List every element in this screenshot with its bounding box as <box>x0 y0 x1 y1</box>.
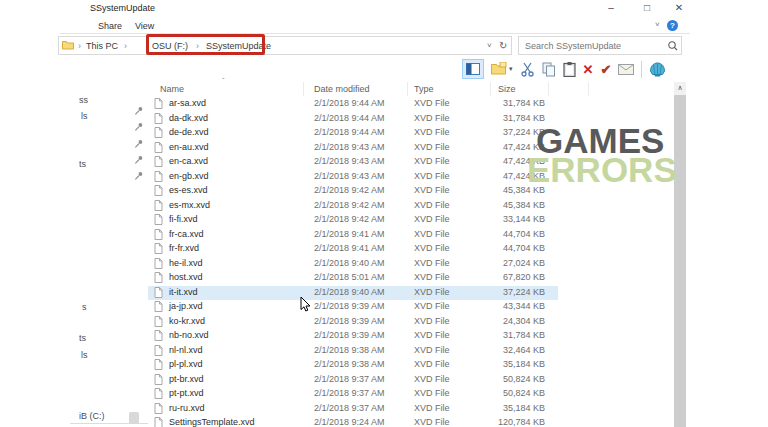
table-row[interactable]: SettingsTemplate.xvd2/1/2018 9:24 AMXVD … <box>148 416 558 427</box>
table-row[interactable]: fr-ca.xvd2/1/2018 9:41 AMXVD File44,704 … <box>148 228 558 243</box>
maximize-button[interactable]: □ <box>636 1 658 15</box>
new-folder-icon[interactable]: ▾ <box>491 59 513 79</box>
file-size: 31,784 KB <box>148 330 545 340</box>
breadcrumb-separator: › <box>196 41 199 51</box>
table-row[interactable]: it-it.xvd2/1/2018 9:40 AMXVD File37,224 … <box>148 286 558 301</box>
divider <box>641 61 642 78</box>
table-row[interactable]: fr-fr.xvd2/1/2018 9:41 AMXVD File44,704 … <box>148 242 558 257</box>
file-size: 35,184 KB <box>148 359 545 369</box>
table-row[interactable]: en-ca.xvd2/1/2018 9:43 AMXVD File47,424 … <box>148 155 558 170</box>
table-row[interactable]: ar-sa.xvd2/1/2018 9:44 AMXVD File31,784 … <box>148 97 558 112</box>
tab-view[interactable]: View <box>135 21 154 31</box>
table-row[interactable]: es-mx.xvd2/1/2018 9:42 AMXVD File45,384 … <box>148 199 558 214</box>
mail-icon[interactable] <box>618 59 634 79</box>
tab-share[interactable]: Share <box>98 21 122 31</box>
table-row[interactable]: nb-no.xvd2/1/2018 9:39 AMXVD File31,784 … <box>148 329 558 344</box>
sidebar-item-fragment[interactable]: ls <box>81 350 88 360</box>
sidebar-drive-fragment[interactable]: iB (C:) <box>79 411 105 421</box>
column-separator[interactable] <box>588 82 589 96</box>
help-icon[interactable]: ? <box>667 20 678 31</box>
pin-icon <box>134 171 144 181</box>
search-input[interactable] <box>519 41 665 51</box>
file-size: 44,704 KB <box>148 229 545 239</box>
table-row[interactable]: ru-ru.xvd2/1/2018 9:37 AMXVD File35,184 … <box>148 402 558 417</box>
column-separator[interactable] <box>490 82 491 96</box>
sidebar-scroll-fragment <box>129 412 139 424</box>
scroll-up-icon[interactable]: ∧ <box>674 82 686 94</box>
file-size: 33,144 KB <box>148 214 545 224</box>
sidebar-item-fragment[interactable]: s <box>82 302 87 312</box>
scrollbar-thumb[interactable] <box>674 95 686 427</box>
new-folder-caret-icon[interactable]: ▾ <box>509 65 513 73</box>
column-separator[interactable] <box>407 82 408 96</box>
file-size: 27,024 KB <box>148 258 545 268</box>
breadcrumb-this-pc[interactable]: This PC <box>86 41 118 51</box>
breadcrumb-separator: › <box>124 41 127 51</box>
table-row[interactable]: da-dk.xvd2/1/2018 9:44 AMXVD File31,784 … <box>148 112 558 127</box>
sort-ascending-icon[interactable]: ˆ <box>222 76 225 85</box>
confirm-check-icon[interactable]: ✔ <box>600 59 611 79</box>
table-row[interactable]: fi-fi.xvd2/1/2018 9:42 AMXVD File33,144 … <box>148 213 558 228</box>
breadcrumb-folder[interactable]: SSystemUpdate <box>206 41 271 51</box>
column-header-date[interactable]: Date modified <box>314 84 370 94</box>
minimize-button[interactable]: – <box>600 1 622 15</box>
file-size: 37,224 KB <box>148 287 545 297</box>
file-size: 43,344 KB <box>148 301 545 311</box>
table-row[interactable]: ko-kr.xvd2/1/2018 9:39 AMXVD File24,304 … <box>148 315 558 330</box>
table-row[interactable]: ja-jp.xvd2/1/2018 9:39 AMXVD File43,344 … <box>148 300 558 315</box>
column-header-type[interactable]: Type <box>414 84 434 94</box>
vertical-scrollbar[interactable]: ∧ <box>674 82 686 427</box>
refresh-icon[interactable]: ↻ <box>499 40 507 51</box>
table-row[interactable]: pt-br.xvd2/1/2018 9:37 AMXVD File50,824 … <box>148 373 558 388</box>
file-size: 120,784 KB <box>148 417 545 427</box>
cut-icon[interactable] <box>520 59 535 79</box>
file-size: 24,304 KB <box>148 316 545 326</box>
shell-icon[interactable] <box>649 59 666 79</box>
sidebar-item-fragment[interactable]: ls <box>81 111 88 121</box>
file-size: 32,464 KB <box>148 345 545 355</box>
column-header-size[interactable]: Size <box>498 84 516 94</box>
paste-icon[interactable] <box>563 59 576 79</box>
file-size: 35,184 KB <box>148 403 545 413</box>
file-size: 31,784 KB <box>148 113 545 123</box>
table-row[interactable]: he-il.xvd2/1/2018 9:40 AMXVD File27,024 … <box>148 257 558 272</box>
sidebar-item-fragment[interactable]: ts <box>79 333 86 343</box>
column-separator[interactable] <box>303 82 304 96</box>
pin-icon <box>134 139 144 149</box>
ribbon-collapse-icon[interactable]: ˅ <box>655 20 660 29</box>
search-box[interactable] <box>518 36 682 55</box>
folder-icon <box>62 40 74 52</box>
file-size: 50,824 KB <box>148 374 545 384</box>
table-row[interactable]: pt-pt.xvd2/1/2018 9:37 AMXVD File50,824 … <box>148 387 558 402</box>
table-row[interactable]: host.xvd2/1/2018 5:01 AMXVD File67,820 K… <box>148 271 558 286</box>
table-row[interactable]: es-es.xvd2/1/2018 9:42 AMXVD File45,384 … <box>148 184 558 199</box>
copy-icon[interactable] <box>542 59 556 79</box>
file-size: 37,224 KB <box>148 127 545 137</box>
sidebar-item-fragment[interactable]: ss <box>79 95 88 105</box>
delete-icon[interactable]: ✕ <box>583 59 594 79</box>
pin-icon <box>134 106 144 116</box>
search-icon[interactable] <box>665 38 681 54</box>
divider <box>60 33 690 34</box>
column-separator[interactable] <box>548 82 549 96</box>
breadcrumb-drive[interactable]: OSU (F:) <box>152 41 188 51</box>
file-size: 44,704 KB <box>148 243 545 253</box>
file-list: ar-sa.xvd2/1/2018 9:44 AMXVD File31,784 … <box>148 97 558 427</box>
table-row[interactable]: nl-nl.xvd2/1/2018 9:38 AMXVD File32,464 … <box>148 344 558 359</box>
file-size: 47,424 KB <box>148 156 545 166</box>
navigation-pane-toggle-icon[interactable] <box>462 59 484 79</box>
table-row[interactable]: de-de.xvd2/1/2018 9:44 AMXVD File37,224 … <box>148 126 558 141</box>
table-row[interactable]: en-gb.xvd2/1/2018 9:43 AMXVD File47,424 … <box>148 170 558 185</box>
file-size: 45,384 KB <box>148 200 545 210</box>
explorer-window: SSystemUpdate – □ ✕ Share View ˅ ? › Thi… <box>0 0 768 427</box>
table-row[interactable]: pl-pl.xvd2/1/2018 9:38 AMXVD File35,184 … <box>148 358 558 373</box>
column-header-name[interactable]: Name <box>160 84 184 94</box>
sidebar-item-fragment[interactable]: ts <box>79 159 86 169</box>
close-button[interactable]: ✕ <box>668 1 690 15</box>
window-title: SSystemUpdate <box>90 3 155 13</box>
address-dropdown-icon[interactable]: ˅ <box>487 41 492 50</box>
pin-icon <box>134 155 144 165</box>
quick-toolbar: ▾ ✕ ✔ <box>462 57 666 81</box>
mouse-cursor <box>300 296 312 315</box>
table-row[interactable]: en-au.xvd2/1/2018 9:43 AMXVD File47,424 … <box>148 141 558 156</box>
